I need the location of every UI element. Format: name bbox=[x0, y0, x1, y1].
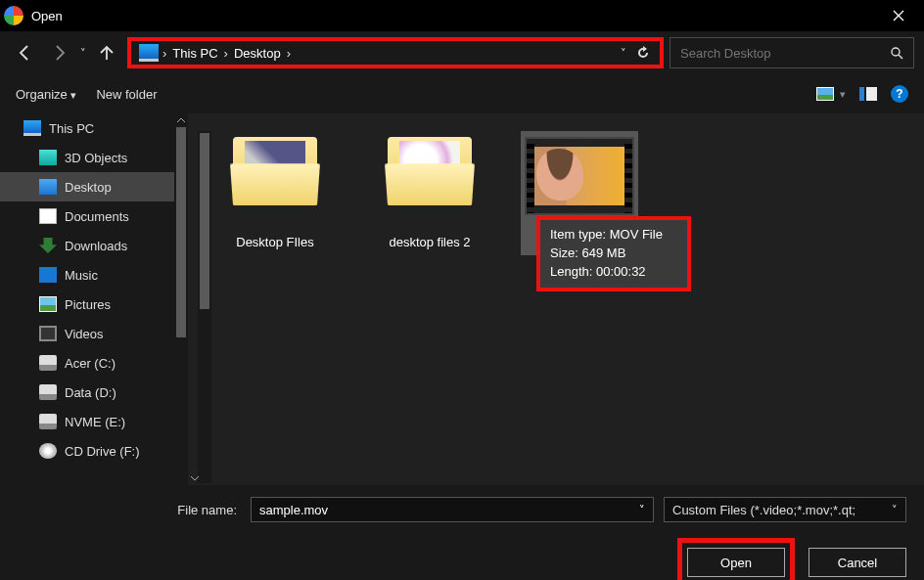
breadcrumb[interactable]: › This PC › Desktop › ˅ bbox=[127, 37, 664, 68]
scroll-up-icon[interactable] bbox=[174, 113, 188, 127]
chrome-icon bbox=[4, 6, 23, 25]
chevron-down-icon[interactable]: ˅ bbox=[892, 504, 898, 516]
chevron-down-icon: ▾ bbox=[70, 89, 76, 101]
tree-pictures[interactable]: Pictures bbox=[0, 290, 188, 319]
cancel-button[interactable]: Cancel bbox=[808, 548, 906, 577]
tree-label: Pictures bbox=[65, 297, 111, 312]
folder-item[interactable]: Desktop FIles bbox=[211, 131, 339, 255]
tree-label: Data (D:) bbox=[65, 385, 116, 400]
scroll-thumb[interactable] bbox=[176, 127, 186, 337]
tree-documents[interactable]: Documents bbox=[0, 201, 188, 231]
desktop-icon bbox=[39, 179, 57, 195]
layout-icon bbox=[859, 87, 877, 101]
file-type-filter[interactable]: Custom Files (*.video;*.mov;*.qt; ˅ bbox=[664, 497, 906, 522]
tree-videos[interactable]: Videos bbox=[0, 319, 188, 348]
tooltip-size-label: Size: bbox=[550, 245, 578, 260]
tree-scrollbar[interactable] bbox=[174, 113, 188, 485]
tree-label: Desktop bbox=[65, 180, 112, 195]
download-icon bbox=[39, 238, 57, 253]
close-button[interactable] bbox=[877, 0, 920, 31]
tree-drive-data[interactable]: Data (D:) bbox=[0, 378, 188, 407]
tree-this-pc[interactable]: This PC bbox=[0, 113, 188, 143]
tooltip-size-value: 649 MB bbox=[582, 245, 626, 260]
up-button[interactable] bbox=[92, 38, 121, 67]
nav-row: ˅ › This PC › Desktop › ˅ bbox=[0, 31, 924, 74]
tree-label: Videos bbox=[65, 327, 104, 341]
file-tooltip: Item type: MOV File Size: 649 MB Length:… bbox=[536, 216, 691, 291]
item-label: desktop files 2 bbox=[389, 235, 470, 249]
tooltip-length-value: 00:00:32 bbox=[596, 264, 646, 279]
content-pane[interactable]: Desktop FIles desktop files 2 sa bbox=[188, 113, 924, 485]
scroll-down-icon[interactable] bbox=[188, 471, 202, 485]
tree-label: Documents bbox=[65, 209, 129, 224]
folder-icon bbox=[388, 137, 472, 205]
title-bar: Open bbox=[0, 0, 924, 31]
tree-music[interactable]: Music bbox=[0, 260, 188, 290]
tree-label: NVME (E:) bbox=[65, 415, 125, 429]
search-icon[interactable] bbox=[890, 46, 903, 60]
open-button[interactable]: Open bbox=[687, 548, 785, 577]
refresh-icon[interactable] bbox=[636, 46, 650, 60]
tooltip-type-value: MOV File bbox=[610, 227, 663, 242]
tree-label: 3D Objects bbox=[65, 151, 127, 165]
folder-icon bbox=[233, 137, 317, 205]
forward-button[interactable] bbox=[45, 38, 74, 67]
search-input[interactable] bbox=[680, 46, 890, 61]
video-thumbnail-icon bbox=[525, 137, 634, 215]
highlight-open: Open bbox=[677, 538, 795, 580]
item-label: Desktop FIles bbox=[236, 235, 313, 249]
music-icon bbox=[39, 267, 57, 283]
drive-icon bbox=[39, 414, 57, 429]
search-box[interactable] bbox=[670, 37, 914, 68]
chevron-down-icon[interactable]: ˅ bbox=[639, 504, 645, 516]
view-layout-button[interactable] bbox=[859, 87, 877, 101]
tree-downloads[interactable]: Downloads bbox=[0, 231, 188, 260]
breadcrumb-this-pc[interactable]: This PC bbox=[166, 46, 223, 61]
pc-icon bbox=[23, 120, 41, 136]
footer: File name: sample.mov ˅ Custom Files (*.… bbox=[0, 485, 924, 580]
pc-monitor-icon bbox=[139, 44, 159, 62]
drive-icon bbox=[39, 384, 57, 400]
picture-icon bbox=[39, 296, 57, 312]
tree-desktop[interactable]: Desktop bbox=[0, 172, 188, 201]
back-button[interactable] bbox=[10, 38, 39, 67]
content-scrollbar[interactable] bbox=[198, 131, 211, 483]
history-dropdown[interactable]: ˅ bbox=[621, 47, 626, 60]
tooltip-type-label: Item type: bbox=[550, 227, 606, 242]
new-folder-button[interactable]: New folder bbox=[96, 87, 157, 102]
tree-label: CD Drive (F:) bbox=[65, 444, 140, 459]
tree-3d-objects[interactable]: 3D Objects bbox=[0, 143, 188, 172]
breadcrumb-desktop[interactable]: Desktop bbox=[228, 46, 287, 61]
svg-point-0 bbox=[892, 48, 900, 56]
picture-icon bbox=[816, 87, 834, 101]
nav-tree: This PC 3D Objects Desktop Documents Dow… bbox=[0, 113, 188, 485]
chevron-right-icon[interactable]: › bbox=[287, 46, 291, 61]
folder-item[interactable]: desktop files 2 bbox=[366, 131, 493, 255]
tree-label: This PC bbox=[49, 121, 94, 136]
filename-input[interactable]: sample.mov ˅ bbox=[251, 497, 654, 522]
filename-value: sample.mov bbox=[259, 503, 328, 517]
filter-value: Custom Files (*.video;*.mov;*.qt; bbox=[672, 503, 855, 517]
disc-icon bbox=[39, 443, 57, 459]
organize-menu[interactable]: Organize ▾ bbox=[16, 87, 76, 102]
scroll-thumb[interactable] bbox=[200, 133, 209, 309]
recent-locations-dropdown[interactable]: ˅ bbox=[80, 47, 86, 60]
organize-label: Organize bbox=[16, 87, 68, 102]
window-title: Open bbox=[31, 9, 63, 23]
tree-cd-drive[interactable]: CD Drive (F:) bbox=[0, 436, 188, 466]
video-icon bbox=[39, 326, 57, 341]
toolbar: Organize ▾ New folder ▾ ? bbox=[0, 74, 924, 113]
cancel-wrap: Cancel bbox=[808, 538, 906, 580]
help-button[interactable]: ? bbox=[891, 85, 908, 103]
cube-icon bbox=[39, 150, 57, 165]
document-icon bbox=[39, 208, 57, 224]
tooltip-length-label: Length: bbox=[550, 264, 592, 279]
tree-label: Acer (C:) bbox=[65, 356, 116, 371]
tree-drive-acer[interactable]: Acer (C:) bbox=[0, 348, 188, 378]
tree-label: Music bbox=[65, 268, 98, 283]
drive-icon bbox=[39, 355, 57, 371]
view-picture-mode[interactable]: ▾ bbox=[816, 87, 846, 101]
tree-label: Downloads bbox=[65, 239, 127, 253]
filename-label: File name: bbox=[18, 503, 241, 517]
tree-drive-nvme[interactable]: NVME (E:) bbox=[0, 407, 188, 436]
